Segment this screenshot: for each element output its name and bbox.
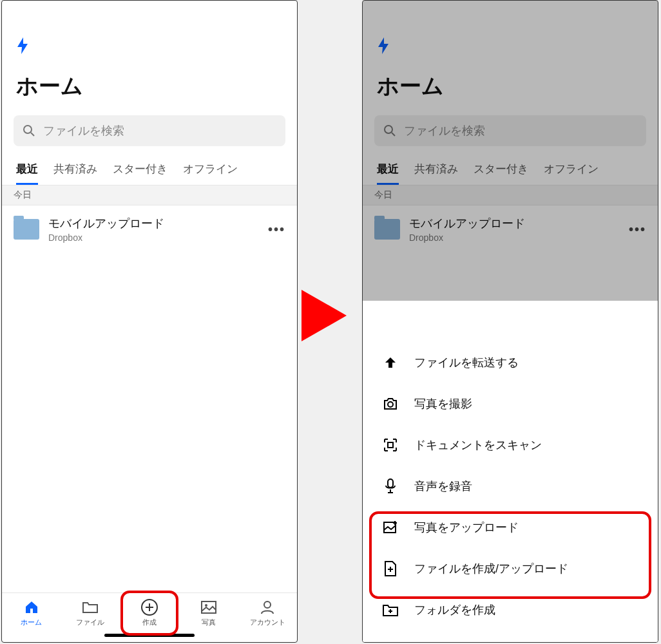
person-icon xyxy=(260,598,275,616)
folder-icon xyxy=(14,219,39,240)
svg-line-9 xyxy=(392,133,395,136)
scan-icon xyxy=(382,437,399,453)
sheet-upload-photo[interactable]: 写真をアップロード xyxy=(363,507,658,548)
tab-starred[interactable]: スター付き xyxy=(474,158,528,185)
nav-create[interactable]: 作成 xyxy=(127,598,172,627)
tab-recent[interactable]: 最近 xyxy=(377,158,399,185)
sheet-folder-label: フォルダを作成 xyxy=(414,602,495,618)
mic-icon xyxy=(382,478,399,495)
sheet-transfer-label: ファイルを転送する xyxy=(414,355,519,370)
nav-files-label: ファイル xyxy=(76,618,104,627)
nav-home[interactable]: ホーム xyxy=(9,598,54,627)
svg-rect-11 xyxy=(388,442,393,448)
lightning-icon[interactable] xyxy=(16,37,283,55)
annotation-arrow-icon xyxy=(302,290,347,341)
search-icon xyxy=(383,124,396,137)
bottom-nav: ホーム ファイル 作成 写真 xyxy=(2,592,297,630)
tab-shared[interactable]: 共有済み xyxy=(414,158,458,185)
sheet-scan[interactable]: ドキュメントをスキャン xyxy=(363,424,658,466)
search-input[interactable]: ファイルを検索 xyxy=(374,115,646,146)
section-header-today: 今日 xyxy=(363,185,658,205)
search-input[interactable]: ファイルを検索 xyxy=(14,115,285,146)
status-bar xyxy=(363,1,658,26)
svg-point-0 xyxy=(24,126,32,133)
upload-photo-icon xyxy=(382,519,399,536)
camera-icon xyxy=(382,395,399,412)
file-name: モバイルアップロード xyxy=(48,216,259,231)
section-header-today: 今日 xyxy=(2,185,297,205)
search-placeholder: ファイルを検索 xyxy=(404,123,485,138)
home-icon xyxy=(24,598,39,616)
svg-point-8 xyxy=(385,126,392,133)
phone-screen-after: ホーム ファイルを検索 最近 共有済み スター付き オフライン 今日 モバイルア… xyxy=(362,0,658,643)
tab-shared[interactable]: 共有済み xyxy=(53,158,97,185)
file-info: モバイルアップロード Dropbox xyxy=(48,216,259,243)
sheet-upload-file-label: ファイルを作成/アップロード xyxy=(414,561,568,576)
header-icon-row xyxy=(363,26,658,60)
filter-tabs: 最近 共有済み スター付き オフライン xyxy=(2,158,297,185)
phone-screen-before: ホーム ファイルを検索 最近 共有済み スター付き オフライン 今日 モバイルア… xyxy=(1,0,298,643)
plus-circle-icon xyxy=(140,598,158,616)
filter-tabs: 最近 共有済み スター付き オフライン xyxy=(363,158,658,185)
lightning-icon[interactable] xyxy=(377,37,644,55)
file-location: Dropbox xyxy=(48,232,259,243)
folder-outline-icon xyxy=(82,598,99,616)
nav-photos[interactable]: 写真 xyxy=(186,598,231,627)
nav-home-label: ホーム xyxy=(21,618,42,627)
nav-create-label: 作成 xyxy=(142,618,157,627)
header-icon-row xyxy=(2,26,297,60)
search-icon xyxy=(23,124,35,137)
photo-icon xyxy=(200,598,217,616)
sheet-photo-label: 写真を撮影 xyxy=(414,396,472,412)
nav-account[interactable]: アカウント xyxy=(245,598,290,627)
transfer-icon xyxy=(382,354,399,371)
svg-point-10 xyxy=(388,402,393,407)
tab-offline[interactable]: オフライン xyxy=(544,158,599,185)
sheet-upload-photo-label: 写真をアップロード xyxy=(414,520,519,535)
svg-line-1 xyxy=(31,133,34,136)
file-row[interactable]: モバイルアップロード Dropbox ••• xyxy=(363,205,658,253)
svg-point-6 xyxy=(205,604,207,607)
file-location: Dropbox xyxy=(409,232,620,243)
sheet-create-folder[interactable]: フォルダを作成 xyxy=(363,589,658,630)
create-action-sheet: ファイルを転送する 写真を撮影 ドキュメントをスキャン 音声を録音 xyxy=(363,334,658,642)
nav-photos-label: 写真 xyxy=(202,618,216,627)
tab-recent[interactable]: 最近 xyxy=(16,158,38,185)
tab-offline[interactable]: オフライン xyxy=(183,158,238,185)
more-icon[interactable]: ••• xyxy=(629,222,646,237)
home-indicator xyxy=(104,634,195,637)
search-placeholder: ファイルを検索 xyxy=(43,123,124,138)
tab-starred[interactable]: スター付き xyxy=(113,158,168,185)
sheet-transfer[interactable]: ファイルを転送する xyxy=(363,342,658,383)
sheet-audio-label: 音声を録音 xyxy=(414,478,472,494)
new-folder-icon xyxy=(382,601,399,618)
svg-rect-12 xyxy=(388,479,393,488)
file-name: モバイルアップロード xyxy=(409,216,620,231)
sheet-scan-label: ドキュメントをスキャン xyxy=(414,437,542,453)
sheet-upload-file[interactable]: ファイルを作成/アップロード xyxy=(363,548,658,589)
file-row[interactable]: モバイルアップロード Dropbox ••• xyxy=(2,205,297,253)
folder-icon xyxy=(374,219,400,240)
sheet-take-photo[interactable]: 写真を撮影 xyxy=(363,383,658,424)
nav-files[interactable]: ファイル xyxy=(68,598,113,627)
page-title: ホーム xyxy=(363,60,658,115)
nav-account-label: アカウント xyxy=(250,618,285,627)
svg-point-7 xyxy=(264,601,271,608)
file-info: モバイルアップロード Dropbox xyxy=(409,216,620,243)
status-bar xyxy=(2,1,297,26)
upload-file-icon xyxy=(382,560,399,577)
more-icon[interactable]: ••• xyxy=(268,222,285,237)
sheet-record-audio[interactable]: 音声を録音 xyxy=(363,466,658,507)
page-title: ホーム xyxy=(2,60,297,115)
